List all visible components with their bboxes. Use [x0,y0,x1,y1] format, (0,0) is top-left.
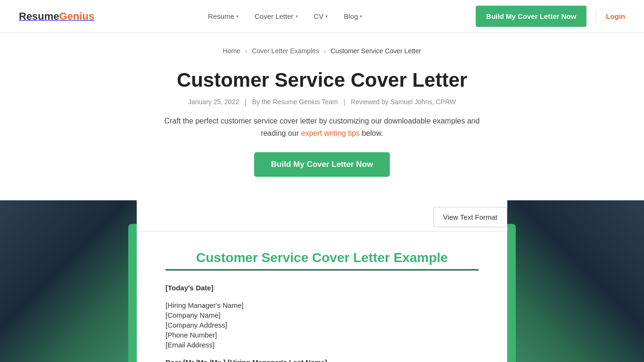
letter-email: [Email Address] [165,341,479,349]
build-cover-letter-button-header[interactable]: Build My Cover Letter Now [476,6,586,27]
expert-writing-tips-link[interactable]: expert writing tips [301,129,360,137]
letter-company-address: [Company Address] [165,321,479,329]
header-right: Build My Cover Letter Now Login [476,6,625,27]
content-area: View Text Format Customer Service Cover … [0,200,644,362]
breadcrumb: Home › Cover Letter Examples › Customer … [0,33,644,59]
breadcrumb-cover-letter-examples[interactable]: Cover Letter Examples [252,47,319,55]
main-nav: Resume ▾ Cover Letter ▾ CV ▾ Blog ▾ [202,8,368,24]
letter-wrapper: View Text Format Customer Service Cover … [137,200,507,362]
chevron-down-icon: ▾ [325,14,328,19]
view-text-format-button[interactable]: View Text Format [433,207,507,227]
logo-genius: Genius [59,10,95,22]
title-section: Customer Service Cover Letter January 25… [0,59,644,191]
letter-company-name: [Company Name] [165,311,479,319]
header-divider [596,9,596,24]
meta-sep-2: | [343,98,347,106]
letter-document: Customer Service Cover Letter Example [T… [137,231,507,362]
letter-hiring-manager: [Hiring Manager's Name] [165,301,479,309]
site-logo[interactable]: ResumeGenius [19,10,94,23]
chevron-down-icon: ▾ [296,14,298,19]
meta-sep-1: | [245,98,248,106]
nav-resume[interactable]: Resume ▾ [202,8,244,24]
nav-blog[interactable]: Blog ▾ [338,8,368,24]
breadcrumb-sep-2: › [324,47,326,55]
chevron-down-icon: ▾ [236,14,239,19]
build-cover-letter-button-main[interactable]: Build My Cover Letter Now [254,152,390,177]
letter-title-divider [165,269,479,271]
letter-contact-info: [Hiring Manager's Name] [Company Name] [… [165,301,479,349]
main-content: Home › Cover Letter Examples › Customer … [0,33,644,362]
nav-cover-letter[interactable]: Cover Letter ▾ [249,8,304,24]
letter-salutation: Dear [Mr./Ms./Mx.] [Hiring Manager's Las… [165,358,479,362]
meta-info: January 25, 2022 | By the Resume Genius … [19,98,625,106]
left-decoration [0,200,137,362]
breadcrumb-home[interactable]: Home [223,47,240,55]
logo-resume: Resume [19,10,59,22]
breadcrumb-sep-1: › [245,47,248,55]
letter-today-date: [Today's Date] [165,284,479,292]
view-text-format-row: View Text Format [137,200,507,231]
right-decoration [507,200,644,362]
letter-doc-title: Customer Service Cover Letter Example [165,250,479,265]
description-end: below. [360,129,383,137]
meta-date: January 25, 2022 [188,98,239,106]
nav-cv[interactable]: CV ▾ [308,8,334,24]
chevron-down-icon: ▾ [360,14,362,19]
login-link[interactable]: Login [606,12,625,20]
breadcrumb-current: Customer Service Cover Letter [330,47,421,55]
description: Craft the perfect customer service cover… [157,115,487,139]
meta-author: By the Resume Genius Team [252,98,338,106]
site-header: ResumeGenius Resume ▾ Cover Letter ▾ CV … [0,0,644,33]
meta-reviewer: Reviewed by Samuel Johns, CPRW [351,98,456,106]
letter-phone: [Phone Number] [165,331,479,339]
page-title: Customer Service Cover Letter [19,69,625,91]
